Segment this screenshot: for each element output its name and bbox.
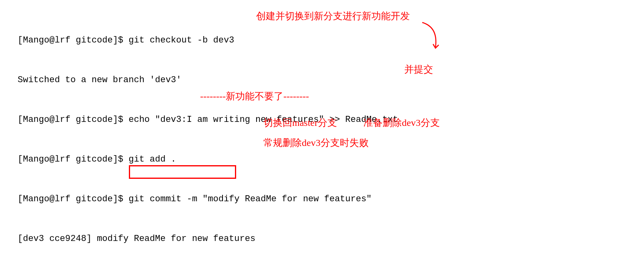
terminal-line: [Mango@lrf gitcode]$ git checkout -b dev… bbox=[18, 34, 644, 47]
annotation-create-branch: 创建并切换到新分支进行新功能开发 bbox=[256, 9, 410, 23]
annotation-prepare-delete: 准备删除dev3分支 bbox=[363, 115, 440, 130]
terminal-line: [Mango@lrf gitcode]$ git commit -m "modi… bbox=[18, 192, 644, 206]
terminal-line: [dev3 cce9248] modify ReadMe for new fea… bbox=[18, 232, 644, 245]
terminal-line: Switched to a new branch 'dev3' bbox=[18, 73, 644, 87]
annotation-delete-failed: 常规删除dev3分支时失败 bbox=[263, 136, 369, 150]
terminal-line: [Mango@lrf gitcode]$ git add . bbox=[18, 153, 644, 166]
annotation-feature-abandoned: --------新功能不要了-------- bbox=[200, 89, 309, 103]
annotation-switch-master: 切换回master分支 bbox=[263, 115, 337, 130]
annotation-commit: 并提交 bbox=[404, 62, 433, 77]
